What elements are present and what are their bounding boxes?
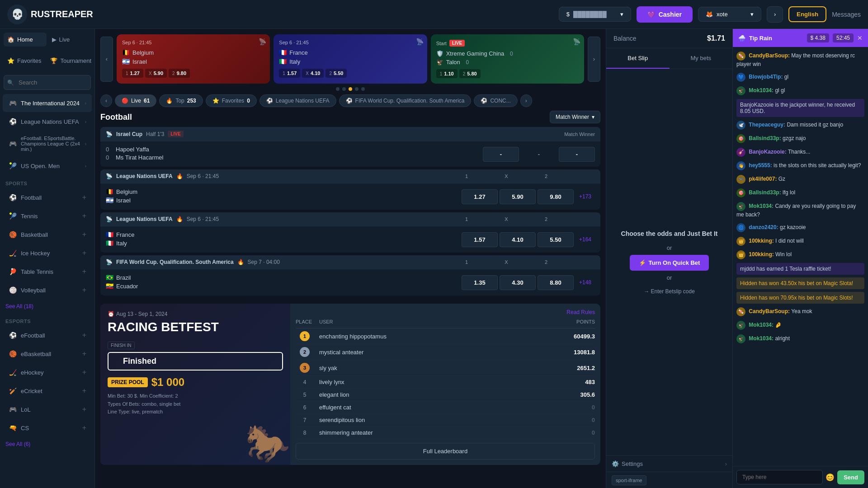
more-odds-fr[interactable]: +164	[576, 235, 595, 244]
sidebar-item-football[interactable]: ⚽ Football +	[3, 188, 92, 206]
odd-btn-3-2[interactable]: 25.80	[459, 69, 481, 78]
filter-league-nations[interactable]: ⚽ League Nations UEFA	[259, 94, 336, 107]
sidebar-item-ice-hockey[interactable]: 🏒 Ice Hockey +	[3, 244, 92, 262]
odd-fr-x[interactable]: 4.10	[500, 232, 536, 247]
quick-bet-button[interactable]: ⚡ Turn On Quick Bet	[630, 255, 709, 271]
sidebar-item-league-nations[interactable]: ⚽ League Nations UEFA ›	[3, 113, 92, 131]
logo: 💀 RUSTREAPER	[7, 5, 93, 24]
carousel-next[interactable]: ›	[588, 37, 600, 82]
dot-4[interactable]	[355, 87, 359, 91]
filter-conc[interactable]: ⚽ CONC...	[474, 94, 517, 107]
sidebar-item-efootball[interactable]: 🎮 eFootball. ESportsBattle. Champions Le…	[3, 131, 92, 156]
sidebar-item-table-tennis[interactable]: 🏓 Table Tennis +	[3, 263, 92, 281]
emoji-button[interactable]: 😊	[826, 473, 835, 482]
see-all-esports[interactable]: See All (6)	[0, 437, 94, 451]
dot-3[interactable]	[349, 87, 352, 91]
odd-btn-1-2[interactable]: 29.80	[169, 69, 190, 78]
chat-msg-1: 🍬 CandyBarSoup: May the most deserving r…	[736, 51, 864, 69]
filter-next[interactable]: ›	[520, 94, 532, 107]
filter-live[interactable]: 🔴 Live 61	[115, 94, 156, 107]
tab-bet-slip[interactable]: Bet Slip	[606, 48, 670, 69]
sidebar-item-us-open[interactable]: 🎾 US Open. Men ›	[3, 157, 92, 175]
more-odds-br[interactable]: +148	[576, 277, 595, 287]
dot-1[interactable]	[336, 87, 340, 91]
belgium-group-name: League Nations UEFA	[116, 173, 173, 179]
odd-btn-1-1[interactable]: 11.27	[122, 69, 143, 78]
lb-row-1: 1 enchanting hippopotamus 60499.3	[296, 328, 595, 344]
sidebar-nav-home[interactable]: 🏠 Home	[4, 33, 47, 47]
full-leaderboard-button[interactable]: Full Leaderboard	[296, 443, 595, 460]
odd-ic-1[interactable]: -	[483, 147, 519, 162]
language-button[interactable]: English	[788, 6, 826, 22]
sidebar-item-tennis[interactable]: 🎾 Tennis +	[3, 207, 92, 225]
sidebar-item-international[interactable]: 🎮 The International 2024 ›	[3, 94, 92, 112]
enter-betslip-code[interactable]: → Enter Betslip code	[644, 288, 695, 295]
sidebar-item-ecricket[interactable]: 🏏 eCricket +	[3, 382, 92, 400]
odd-ic-2[interactable]: -	[559, 147, 595, 162]
tab-my-bets[interactable]: My bets	[670, 48, 733, 69]
sidebar-nav-tournament[interactable]: 🏆 Tournament	[47, 54, 95, 68]
odd-btn-2-2[interactable]: 25.50	[326, 69, 347, 78]
odd-fr-2[interactable]: 5.50	[538, 232, 574, 247]
sidebar-item-ebasketball[interactable]: 🏀 eBasketball +	[3, 345, 92, 363]
chat-input-row: 😊 Send	[733, 466, 868, 488]
odd-be-1[interactable]: 1.27	[462, 189, 498, 204]
odd-br-x[interactable]: 4.30	[500, 275, 536, 290]
filter-fifa-wc[interactable]: ⚽ FIFA World Cup. Qualification. South A…	[339, 94, 472, 107]
odd-be-x[interactable]: 5.90	[500, 189, 536, 204]
carousel-prev[interactable]: ‹	[100, 37, 113, 82]
filter-favorites[interactable]: ⭐ Favorites 0	[206, 94, 257, 107]
filter-top[interactable]: 🔥 Top 253	[159, 94, 203, 107]
send-button[interactable]: Send	[837, 470, 864, 484]
add-icon-basketball: +	[82, 230, 86, 239]
ecricket-icon: 🏏	[8, 386, 17, 395]
search-input[interactable]	[4, 75, 91, 90]
dot-2[interactable]	[342, 87, 346, 91]
chat-input[interactable]	[736, 470, 823, 484]
match-row-brazil: 🇧🇷 Brazil 🇪🇨 Ecuador 1.35 4.30 8.80 +148	[100, 269, 600, 296]
stream-icon-2: 📡	[416, 38, 424, 45]
filter-live-label: Live	[131, 98, 141, 104]
balance-button[interactable]: $ ████████ ▾	[559, 7, 631, 22]
cashier-button[interactable]: 💜 Cashier	[637, 6, 693, 23]
finished-button[interactable]: Finished	[108, 352, 283, 371]
match-row-france: 🇫🇷 France 🇮🇹 Italy 1.57 4.10 5.50 +164	[100, 226, 600, 253]
odd-btn-2-x[interactable]: X4.10	[302, 69, 324, 78]
odd-be-2[interactable]: 9.80	[538, 189, 574, 204]
sidebar-item-ehockey[interactable]: 🏒 eHockey +	[3, 363, 92, 381]
flag-italy: 🇮🇹	[279, 58, 287, 65]
user-button[interactable]: 🦊 xote ▾	[698, 7, 761, 22]
sidebar-item-basketball[interactable]: 🏀 Basketball +	[3, 225, 92, 244]
odd-btn-1-x[interactable]: X5.90	[145, 69, 167, 78]
dot-5[interactable]	[361, 87, 365, 91]
odd-br-2[interactable]: 8.80	[538, 275, 574, 290]
more-odds-be[interactable]: +173	[576, 192, 595, 202]
flag-belgium: 🇧🇪	[122, 49, 130, 56]
lb-points-3: 2651.2	[550, 365, 595, 371]
odd-fr-1[interactable]: 1.57	[462, 232, 498, 247]
odd-ic-x: -	[521, 147, 557, 161]
see-all-sports[interactable]: See All (18)	[0, 300, 94, 313]
odd-btn-3-1[interactable]: 11.10	[436, 69, 458, 78]
nav-more-button[interactable]: ›	[767, 6, 783, 23]
card2-odds: 11.57 X4.10 25.50	[279, 69, 421, 78]
sidebar-item-volleyball[interactable]: 🏐 Volleyball +	[3, 281, 92, 299]
teams-israel-cup: 0 Hapoel Yaffa 0 Ms Tirat Hacarmel	[106, 146, 483, 162]
sidebar-nav-favorites[interactable]: ⭐ Favorites	[4, 54, 45, 68]
sidebar-item-cs[interactable]: 🔫 CS +	[3, 419, 92, 437]
chat-panel: 🌧️ Tip Rain $ 4.38 52:45 ✕ 🍬 CandyBarSou…	[732, 29, 868, 488]
lb-user-6: effulgent cat	[319, 404, 544, 411]
rain-close-button[interactable]: ✕	[857, 34, 863, 42]
tennis-icon: 🎾	[8, 161, 17, 170]
odd-btn-2-1[interactable]: 11.57	[279, 69, 300, 78]
messages-button[interactable]: Messages	[832, 11, 861, 18]
market-selector[interactable]: Match Winner ▾	[550, 111, 600, 123]
read-rules-link[interactable]: Read Rules	[566, 309, 595, 315]
sidebar-nav-live[interactable]: ▶ Live	[48, 33, 91, 47]
filter-prev[interactable]: ‹	[100, 94, 112, 107]
sidebar-item-lol[interactable]: 🎮 LoL +	[3, 400, 92, 418]
team-france: 🇫🇷 France	[106, 231, 462, 238]
filter-fav-label: Favorites	[222, 98, 244, 104]
odd-br-1[interactable]: 1.35	[462, 275, 498, 290]
sidebar-item-efootball-sport[interactable]: ⚽ eFootball +	[3, 326, 92, 344]
